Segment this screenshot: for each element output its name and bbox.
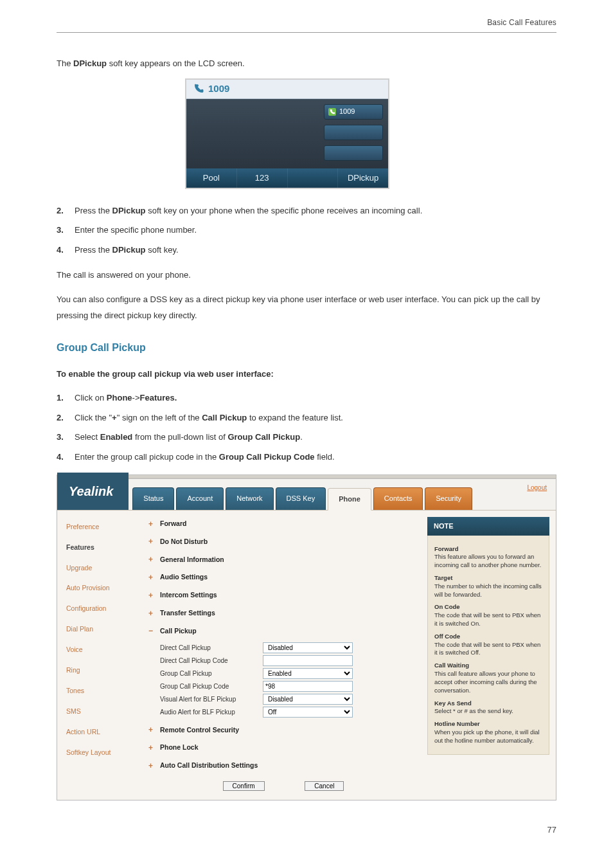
- note-item-title: Target: [434, 574, 542, 583]
- step-num: 3.: [57, 222, 75, 239]
- side-nav: Preference Features Upgrade Auto Provisi…: [64, 517, 139, 792]
- acc-intercom[interactable]: +Intercom Settings: [148, 588, 418, 603]
- tab-network[interactable]: Network: [226, 487, 273, 510]
- sidebar-item-ring[interactable]: Ring: [64, 660, 139, 681]
- visual-alert-blf-select[interactable]: Disabled: [263, 694, 353, 705]
- audio-alert-blf-select[interactable]: Off: [263, 707, 353, 718]
- page-number: 77: [57, 822, 556, 838]
- lcd-titlebar: 1009: [186, 80, 388, 99]
- lcd-line-slot-1: 1009: [324, 104, 383, 120]
- header-rule: [57, 32, 556, 33]
- plus-icon: +: [148, 741, 156, 755]
- plus-icon: +: [148, 534, 156, 549]
- steps-a: 2. Press the DPickup soft key on your ph…: [57, 203, 556, 258]
- step-num: 4.: [57, 242, 75, 258]
- intro-post: soft key appears on the LCD screen.: [107, 59, 245, 68]
- note-item-desc: The number to which the incoming calls w…: [434, 583, 542, 599]
- note-item-desc: When you pick up the phone, it will dial…: [434, 728, 542, 745]
- acc-remote[interactable]: +Remote Control Security: [148, 723, 418, 737]
- plus-icon: +: [148, 723, 156, 737]
- phone-badge-icon: [328, 108, 336, 116]
- note-item-title: Call Waiting: [434, 662, 542, 670]
- row-label: Group Call Pickup: [160, 667, 263, 680]
- note-item-title: Key As Send: [434, 700, 542, 708]
- sidebar-item-configuration[interactable]: Configuration: [64, 599, 139, 619]
- row-label: Group Call Pickup Code: [160, 680, 263, 692]
- softkey-1: Pool: [186, 168, 237, 188]
- group-call-pickup-select[interactable]: Enabled: [263, 668, 353, 679]
- paragraph-dss: You can also configure a DSS key as a di…: [57, 292, 556, 323]
- brand-logo: Yealink: [57, 473, 129, 510]
- softkey-3: [288, 168, 339, 188]
- acc-dnd[interactable]: +Do Not Disturb: [148, 534, 418, 549]
- header-section: Basic Call Features: [57, 18, 556, 27]
- acc-acd[interactable]: +Auto Call Distribution Settings: [148, 759, 418, 773]
- step-text: Press the DPickup soft key on your phone…: [75, 203, 556, 219]
- note-title: NOTE: [427, 517, 549, 536]
- confirm-button[interactable]: Confirm: [223, 781, 265, 791]
- group-call-pickup-code-input[interactable]: [263, 681, 353, 692]
- tab-account[interactable]: Account: [176, 487, 224, 510]
- step-text: Select Enabled from the pull-down list o…: [75, 429, 556, 446]
- sidebar-item-autoprovision[interactable]: Auto Provision: [64, 578, 139, 599]
- note-panel: NOTE ForwardThis feature allows you to f…: [427, 517, 549, 792]
- minus-icon: −: [148, 624, 156, 638]
- sidebar-item-preference[interactable]: Preference: [64, 517, 139, 538]
- row-label: Audio Alert for BLF Pickup: [160, 706, 263, 718]
- tab-phone[interactable]: Phone: [328, 488, 371, 511]
- step-text: Enter the group call pickup code in the …: [75, 449, 556, 466]
- softkey-4: DPickup: [338, 168, 388, 188]
- step-text: Press the DPickup soft key.: [75, 242, 556, 258]
- step-text: Click on Phone->Features.: [75, 390, 556, 406]
- tab-status[interactable]: Status: [132, 487, 174, 510]
- acc-audio[interactable]: +Audio Settings: [148, 570, 418, 585]
- acc-callpickup[interactable]: −Call Pickup: [148, 624, 418, 638]
- note-item-desc: This call feature allows your phone to a…: [434, 670, 542, 694]
- after-step4: The call is answered on your phone.: [57, 267, 556, 284]
- steps-b: 1. Click on Phone->Features. 2. Click th…: [57, 390, 556, 466]
- intro-pre: The: [57, 59, 73, 68]
- sidebar-item-upgrade[interactable]: Upgrade: [64, 558, 139, 579]
- plus-icon: +: [148, 606, 156, 621]
- sidebar-item-actionurl[interactable]: Action URL: [64, 722, 139, 743]
- group-title: Group Call Pickup: [57, 338, 556, 357]
- direct-call-pickup-select[interactable]: Disabled: [263, 642, 353, 653]
- direct-call-pickup-code-input[interactable]: [263, 655, 353, 666]
- lcd-line-slot-2: [324, 125, 383, 140]
- sidebar-item-softkeylayout[interactable]: Softkey Layout: [64, 743, 139, 763]
- lcd-line-slot-3: [324, 145, 383, 161]
- acc-phonelock[interactable]: +Phone Lock: [148, 741, 418, 755]
- step-text: Enter the specific phone number.: [75, 222, 556, 239]
- tab-security[interactable]: Security: [425, 487, 472, 510]
- cancel-button[interactable]: Cancel: [305, 781, 344, 791]
- group-lead: To enable the group call pickup via web …: [57, 366, 556, 383]
- note-item-desc: The code that will be sent to PBX when i…: [434, 641, 542, 658]
- logout-link[interactable]: Logout: [527, 482, 547, 494]
- row-label: Visual Alert for BLF Pickup: [160, 693, 263, 705]
- intro-line: The DPickup soft key appears on the LCD …: [57, 56, 556, 72]
- row-label: Direct Call Pickup Code: [160, 655, 263, 667]
- note-item-desc: This feature allows you to forward an in…: [434, 553, 542, 570]
- note-item-desc: The code that will be sent to PBX when i…: [434, 611, 542, 628]
- plus-icon: +: [148, 588, 156, 603]
- sidebar-item-tones[interactable]: Tones: [64, 681, 139, 701]
- sidebar-item-sms[interactable]: SMS: [64, 701, 139, 722]
- tab-contacts[interactable]: Contacts: [373, 487, 423, 510]
- softkey-2: 123: [237, 168, 288, 188]
- acc-transfer[interactable]: +Transfer Settings: [148, 606, 418, 621]
- lcd-softkeys: Pool 123 DPickup: [186, 168, 388, 188]
- tab-dsskey[interactable]: DSS Key: [276, 487, 326, 510]
- sidebar-item-dialplan[interactable]: Dial Plan: [64, 619, 139, 640]
- note-item-title: Hotline Number: [434, 720, 542, 728]
- lcd-extension: 1009: [208, 80, 229, 98]
- plus-icon: +: [148, 517, 156, 532]
- sidebar-item-voice[interactable]: Voice: [64, 640, 139, 660]
- lcd-screenshot: 1009 1009 Pool 123 DPickup: [185, 78, 389, 189]
- handset-icon: [193, 83, 204, 95]
- acc-general[interactable]: +General Information: [148, 552, 418, 567]
- step-num: 2.: [57, 203, 75, 219]
- note-item-desc: Select * or # as the send key.: [434, 707, 542, 716]
- acc-forward[interactable]: +Forward: [148, 517, 418, 532]
- sidebar-item-features[interactable]: Features: [64, 538, 139, 558]
- plus-icon: +: [148, 570, 156, 585]
